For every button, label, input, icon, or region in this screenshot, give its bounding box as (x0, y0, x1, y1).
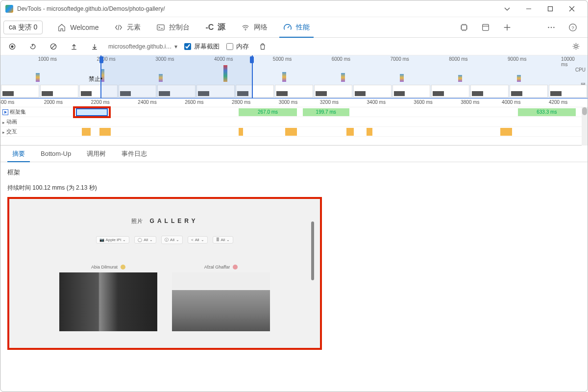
detail-heading: 框架 (7, 168, 581, 177)
tab-performance-label: 性能 (296, 23, 310, 32)
minimize-button[interactable] (518, 1, 539, 16)
flame-scrollbar[interactable] (582, 107, 588, 146)
frame-segment[interactable]: 633.3 ms (518, 108, 576, 116)
tab-sources-label: 源 (218, 22, 225, 32)
list-icon: ≣ (216, 238, 220, 242)
expand-icon[interactable] (2, 129, 5, 135)
tab-console[interactable]: 控制台 (148, 17, 197, 38)
delete-button[interactable] (256, 40, 270, 53)
gallery-card: Afzal Ghaffar (172, 265, 270, 331)
svg-text:?: ? (571, 24, 574, 30)
tab-call-tree[interactable]: 调用树 (79, 146, 114, 162)
frame-segment[interactable]: 199.7 ms (303, 108, 349, 116)
maximize-button[interactable] (539, 1, 561, 16)
screenshot-scrollbar (311, 221, 314, 280)
summary-panel: 框架 持续时间 100.12 mms (为 2.13 秒) 照片GALLERY … (0, 162, 588, 356)
svg-rect-3 (462, 24, 467, 30)
svg-point-13 (574, 45, 577, 48)
gallery-image (59, 272, 157, 331)
tab-elements[interactable]: 元素 (106, 17, 148, 38)
gallery-card: Abia Dilmurat (59, 265, 157, 331)
context-selector[interactable]: ca 斐济 0 (3, 21, 43, 34)
tab-network[interactable]: 网络 (233, 17, 275, 38)
screenshot-checkbox[interactable]: 屏幕截图 (184, 42, 220, 51)
selection-handle-left[interactable] (99, 56, 103, 63)
home-icon (57, 23, 66, 32)
overview-selection[interactable] (100, 55, 253, 98)
circle-icon: ◯ (138, 238, 142, 242)
filmstrip (0, 85, 588, 98)
overview-ruler: 1000 ms 2000 ms 3000 ms 4000 ms 5000 ms … (0, 56, 588, 63)
more-button[interactable] (544, 21, 558, 34)
info-icon: ⓘ (165, 237, 169, 243)
svg-point-7 (553, 26, 555, 28)
main-tabstrip: ca 斐济 0 Welcome 元素 控制台 -C 源 网络 性能 ? (0, 17, 588, 38)
recording-url: microsoftedge.github.i… (108, 43, 172, 50)
frame-segment[interactable]: 267.0 ms (239, 108, 297, 116)
frame-screenshot: 照片GALLERY 📷Apple iPl⌄ ◯All⌄ ⓘAll⌄ <All⌄ … (14, 218, 315, 350)
svg-rect-0 (548, 6, 553, 11)
expand-icon[interactable] (2, 119, 5, 125)
svg-point-6 (551, 26, 552, 28)
frames-track[interactable]: 框架集 267.0 ms 199.7 ms 633.3 ms (0, 107, 588, 117)
svg-rect-1 (157, 24, 164, 30)
frame-screenshot-highlight: 照片GALLERY 📷Apple iPl⌄ ◯All⌄ ⓘAll⌄ <All⌄ … (7, 197, 322, 350)
flame-chart[interactable]: 800 ms 2000 ms 2200 ms 2400 ms 2600 ms 2… (0, 98, 588, 146)
svg-point-11 (11, 45, 13, 48)
duration-line: 持续时间 100.12 mms (为 2.13 秒) (7, 184, 581, 192)
tab-summary[interactable]: 摘要 (4, 146, 33, 162)
app-favicon (5, 5, 13, 13)
record-button[interactable] (5, 40, 19, 53)
tab-elements-label: 元素 (127, 23, 141, 32)
add-tab-button[interactable] (500, 21, 514, 34)
play-icon (2, 109, 8, 115)
reload-button[interactable] (26, 40, 40, 53)
dropdown-icon: ▾ (174, 43, 177, 50)
selection-handle-right[interactable] (250, 56, 254, 63)
detail-tabstrip: 摘要 Bottom-Up 调用树 事件日志 (0, 146, 588, 162)
gallery-image (172, 272, 270, 331)
tab-event-log[interactable]: 事件日志 (114, 146, 155, 162)
tab-network-label: 网络 (254, 23, 268, 32)
window-titlebar: DevTools - microsoftedge.github.io/Demos… (0, 0, 588, 17)
window-title: DevTools - microsoftedge.github.io/Demos… (17, 5, 165, 12)
settings-gear-icon[interactable] (569, 40, 583, 53)
close-button[interactable] (561, 1, 583, 16)
upload-button[interactable] (67, 40, 81, 53)
console-icon (156, 23, 165, 32)
svg-point-2 (245, 29, 246, 30)
tag-icon: < (191, 238, 194, 242)
code-icon (114, 23, 123, 32)
gallery-filters: 📷Apple iPl⌄ ◯All⌄ ⓘAll⌄ <All⌄ ≣All⌄ (14, 236, 315, 244)
tab-sources[interactable]: -C 源 (197, 17, 233, 38)
tab-welcome[interactable]: Welcome (49, 17, 106, 38)
interactions-track[interactable]: 交互 (0, 127, 588, 137)
animation-track[interactable]: 动画 (0, 117, 588, 127)
svg-rect-4 (483, 24, 489, 30)
memory-panel-button[interactable] (457, 21, 471, 34)
stop-marker-label: 禁止• (89, 75, 102, 83)
help-button[interactable]: ? (566, 21, 580, 34)
app-panel-button[interactable] (479, 21, 492, 34)
camera-icon: 📷 (99, 238, 104, 242)
clear-button[interactable] (47, 40, 60, 53)
timeline-overview[interactable]: 1000 ms 2000 ms 3000 ms 4000 ms 5000 ms … (0, 55, 588, 98)
tab-performance[interactable]: 性能 (275, 17, 318, 38)
download-button[interactable] (88, 40, 101, 53)
selected-frame-highlight (73, 106, 111, 118)
tab-sources-prefix: -C (205, 23, 214, 32)
svg-point-5 (548, 26, 549, 28)
tab-console-label: 控制台 (169, 23, 190, 32)
recording-toolbar: microsoftedge.github.i… ▾ 屏幕截图 内存 (0, 38, 588, 55)
chevron-down-button[interactable] (496, 1, 518, 16)
performance-icon (283, 23, 292, 32)
recording-selector[interactable]: microsoftedge.github.i… ▾ (108, 43, 177, 50)
tab-welcome-label: Welcome (70, 24, 98, 31)
wifi-icon (241, 23, 250, 32)
memory-checkbox[interactable]: 内存 (226, 42, 249, 51)
gallery-title: 照片GALLERY (14, 218, 315, 225)
tab-bottom-up[interactable]: Bottom-Up (33, 146, 79, 162)
